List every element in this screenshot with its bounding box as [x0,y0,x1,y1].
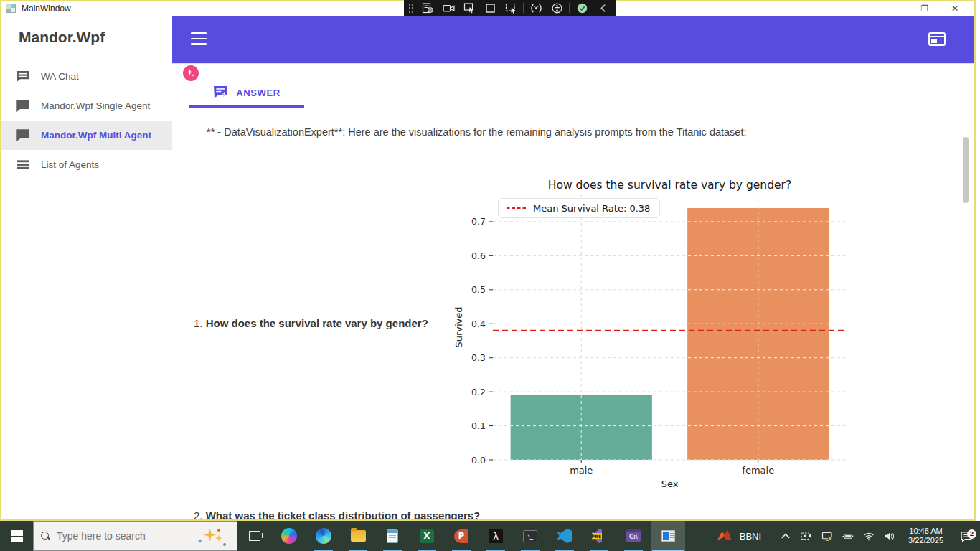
taskbar: PRE BBNI 10:48 AM 3/22/2025 2 [0,521,980,551]
taskbar-app-visual-studio[interactable]: PRE [582,521,616,551]
list-icon [16,159,30,171]
question-2: 2. What was the ticket class distributio… [194,509,480,519]
sidebar-item-mandor-wpf-single-agent[interactable]: Mandor.Wpf Single Agent [1,91,172,121]
sidebar-menu: WA ChatMandor.Wpf Single AgentMandor.Wpf… [1,62,172,179]
accessibility-icon[interactable] [548,1,565,14]
sidebar-item-wa-chat[interactable]: WA Chat [1,62,172,91]
bar-chart-svg: How does the survival rate vary by gende… [452,173,854,503]
vertical-scrollbar-thumb[interactable] [963,137,969,203]
title-bar: MainWindow – ❐ ✕ [1,1,974,16]
taskbar-app-notepad[interactable] [375,521,410,551]
toolbar-grip[interactable] [408,3,414,13]
copilot-icon [281,528,297,544]
svg-text:Sex: Sex [661,479,679,489]
chevron-up-icon[interactable] [779,530,792,542]
element-select-icon[interactable] [502,1,519,14]
search-input[interactable] [57,530,171,542]
svg-text:0.2: 0.2 [471,387,486,397]
taskbar-apps: PRE [237,521,685,551]
search-icon [41,532,50,540]
tray-label: BBNI [740,531,761,542]
edge-icon [316,528,331,544]
battery-icon[interactable] [842,530,854,542]
svg-text:0.4: 0.4 [471,319,486,329]
chart-legend: Mean Survival Rate: 0.38 [499,199,659,217]
taskbar-app-mandor-app[interactable] [651,521,685,551]
camera-icon[interactable] [440,1,457,14]
taskbar-app-task-view[interactable] [237,521,272,551]
hamburger-menu-icon[interactable] [191,32,207,45]
cast-icon[interactable] [800,530,813,542]
gesture-icon[interactable] [527,1,545,14]
sidebar-item-label: Mandor.Wpf Multi Agent [41,130,151,141]
mandor-app-icon [661,530,675,542]
svg-text:0.6: 0.6 [471,250,486,261]
svg-text:0.1: 0.1 [471,420,486,431]
taskbar-app-excel[interactable] [410,521,444,551]
svg-text:0.5: 0.5 [471,284,486,295]
lambda-icon [489,529,503,543]
taskbar-app-explorer[interactable] [341,521,375,551]
svg-text:male: male [570,465,593,476]
taskbar-app-copilot[interactable] [272,521,306,551]
svg-text:How does the survival rate var: How does the survival rate vary by gende… [548,179,791,192]
chat-bubble-icon [16,100,30,113]
check-circle-icon[interactable] [573,1,590,14]
taskbar-app-vscode[interactable] [547,521,582,551]
minimize-button[interactable]: – [880,1,910,16]
close-button[interactable]: ✕ [940,1,970,16]
taskbar-app-lambda[interactable] [479,521,513,551]
toolbar-separator [569,3,570,13]
app-window-icon [6,4,16,13]
sidebar-item-label: Mandor.Wpf Single Agent [41,100,150,111]
chat-bubble-icon [16,129,30,142]
window-controls: – ❐ ✕ [880,1,970,16]
sidebar-item-mandor-wpf-multi-agent[interactable]: Mandor.Wpf Multi Agent [1,121,172,150]
chat-lines-icon [16,70,30,83]
volume-icon[interactable] [883,530,896,542]
notepad-icon [387,529,398,543]
taskbar-app-edge[interactable] [306,521,341,551]
sparkle-badge-icon[interactable] [183,65,199,81]
tab-answer-label: ANSWER [236,88,280,98]
chat-bolt-icon [213,85,228,101]
agent-message: ** - DataVisualizationExpert**: Here are… [207,126,852,138]
taskbar-search[interactable] [33,521,237,551]
region-select-icon[interactable] [461,1,478,14]
svg-text:0.0: 0.0 [471,455,486,466]
svg-text:female: female [742,465,774,476]
chevron-left-icon[interactable] [594,1,611,14]
bbni-tray-icon[interactable] [717,530,732,542]
notification-count-badge: 2 [967,529,976,539]
excel-icon [420,529,434,543]
task-view-icon [249,531,260,541]
system-tray: BBNI 10:48 AM 3/22/2025 2 [717,521,980,551]
terminal-icon [523,530,537,542]
wifi-icon[interactable] [862,530,875,542]
sidebar-item-list-of-agents[interactable]: List of Agents [1,150,172,179]
explorer-icon [351,530,366,542]
taskbar-clock[interactable]: 10:48 AM 3/22/2025 [908,527,943,545]
notification-center-button[interactable]: 2 [957,531,976,542]
clock-date: 3/22/2025 [908,536,943,545]
vscode-icon [557,529,572,543]
pre-badge: PRE [590,533,603,539]
restore-button[interactable]: ❐ [910,1,940,16]
taskbar-app-powerpoint[interactable] [444,521,479,551]
svg-text:Survived: Survived [453,306,464,347]
taskbar-app-terminal[interactable] [513,521,547,551]
display-icon[interactable] [821,530,834,542]
tab-active-indicator [189,105,304,108]
web-asset-icon[interactable] [928,32,946,46]
square-icon[interactable] [481,1,499,14]
sidebar-item-label: WA Chat [41,71,79,82]
svg-text:Mean Survival Rate: 0.38: Mean Survival Rate: 0.38 [533,203,650,214]
taskbar-app-terminal-purple[interactable] [616,521,651,551]
tab-answer[interactable]: ANSWER [189,78,304,108]
recorder-doc-icon[interactable] [419,1,436,14]
visual-studio-icon: PRE [592,529,606,543]
answer-panel: ANSWER ** - DataVisualizationExpert**: H… [172,63,974,519]
survival-rate-chart: How does the survival rate vary by gende… [452,173,854,503]
start-button[interactable] [0,521,33,551]
windows-logo-icon [11,530,23,542]
